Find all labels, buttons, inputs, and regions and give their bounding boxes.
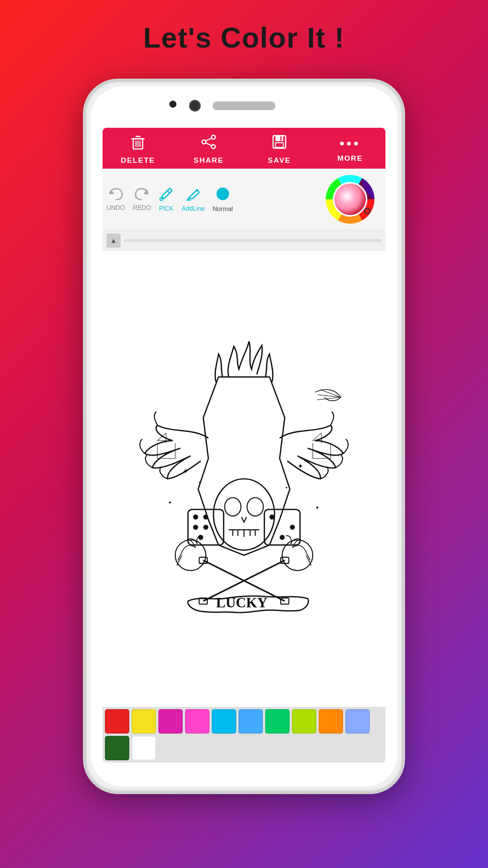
phone-speaker [213,101,275,110]
color-swatch-lime[interactable] [292,709,316,734]
svg-text:✦: ✦ [168,500,172,506]
color-wheel[interactable] [323,172,378,227]
pick-button[interactable]: PICK [159,187,174,212]
svg-point-20 [216,188,229,200]
color-swatch-red[interactable] [105,709,129,734]
brush-size-slider[interactable] [124,239,382,242]
drawing-canvas[interactable]: LUCKY ✦ ✦ ✦ ✦ ✦ ✦ [103,251,385,707]
more-icon: ••• [339,136,361,153]
svg-text:✦: ✦ [183,467,189,475]
svg-point-6 [211,135,215,139]
color-swatch-blue[interactable] [238,709,263,734]
phone-inner: DELETE SHARE [91,86,397,786]
slider-up-arrow[interactable]: ▲ [106,234,121,248]
color-palette [103,707,385,763]
svg-text:LUCKY: LUCKY [216,595,268,611]
save-icon [271,133,288,154]
color-swatch-magenta[interactable] [158,709,183,734]
save-button[interactable]: SAVE [244,133,315,165]
svg-point-7 [202,140,206,144]
pen-icon [186,187,201,204]
svg-point-35 [270,515,274,519]
normal-button[interactable]: Normal [213,186,233,213]
slider-bar: ▲ [103,230,385,251]
tattoo-artwork: LUCKY ✦ ✦ ✦ ✦ ✦ ✦ [117,326,371,632]
share-icon [200,133,217,154]
color-swatch-darkgreen[interactable] [105,736,129,760]
color-swatch-lavender[interactable] [345,709,370,734]
redo-button[interactable]: REDO [133,187,151,211]
color-swatch-orange[interactable] [319,709,343,734]
svg-text:✦: ✦ [285,485,288,490]
delete-button[interactable]: DELETE [103,133,173,165]
camera-dot [169,101,176,108]
svg-line-10 [206,143,211,145]
svg-point-27 [247,498,263,516]
front-camera [189,100,201,112]
app-title: Let's Color It ! [0,0,488,54]
svg-point-31 [194,525,198,529]
redo-icon [134,187,149,204]
svg-rect-13 [275,143,283,147]
svg-text:✦: ✦ [315,505,319,511]
svg-point-32 [204,525,208,529]
svg-point-8 [211,145,215,149]
eyedropper-icon [159,187,174,204]
svg-point-19 [196,189,198,191]
trash-icon [129,133,147,154]
addline-button[interactable]: AddLine [182,187,205,212]
svg-point-30 [204,515,208,519]
svg-line-9 [206,138,211,141]
color-swatch-yellow[interactable] [132,709,156,734]
color-swatch-green[interactable] [265,709,290,734]
phone-frame: DELETE SHARE [83,79,405,794]
svg-text:✦: ✦ [297,462,303,470]
color-swatch-cyan[interactable] [212,709,236,734]
undo-icon [108,187,123,204]
svg-point-36 [290,525,294,529]
undo-button[interactable]: UNDO [106,187,125,211]
svg-point-26 [225,498,241,516]
svg-point-29 [194,515,198,519]
share-button[interactable]: SHARE [173,133,244,165]
color-swatch-pink[interactable] [185,709,209,734]
secondary-toolbar: UNDO REDO [103,169,385,230]
color-circle-icon [215,186,230,205]
main-toolbar: DELETE SHARE [103,128,385,169]
svg-line-15 [167,191,170,193]
svg-rect-12 [275,136,283,141]
color-swatch-white[interactable] [132,736,156,760]
svg-text:✦: ✦ [198,480,201,485]
svg-point-25 [213,479,275,550]
svg-point-23 [334,184,366,215]
svg-point-37 [280,535,284,539]
app-screen: DELETE SHARE [103,128,385,763]
more-button[interactable]: ••• MORE [315,136,385,163]
